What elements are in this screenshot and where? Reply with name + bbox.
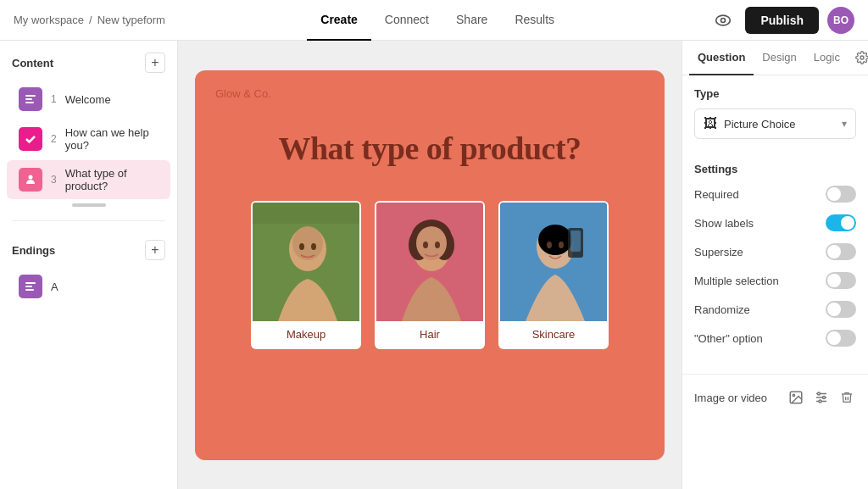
- other-option-label: "Other" option: [694, 332, 763, 345]
- canvas-area: Glow & Co. What type of product?: [178, 41, 682, 489]
- add-content-button[interactable]: +: [145, 53, 165, 73]
- svg-rect-30: [570, 231, 581, 252]
- nav-tabs: Create Connect Share Results: [307, 0, 568, 41]
- type-section: Type 🖼 Picture Choice ▾: [682, 75, 868, 151]
- item-num-3: 3: [51, 174, 57, 186]
- show-labels-label: Show labels: [694, 217, 754, 230]
- svg-point-27: [547, 242, 552, 248]
- settings-gear-button[interactable]: [849, 41, 868, 75]
- choice-skincare[interactable]: Skincare: [498, 201, 609, 349]
- panel-tab-question[interactable]: Question: [689, 41, 754, 75]
- choice-image-makeup: [253, 203, 359, 321]
- choice-label-skincare: Skincare: [500, 321, 607, 347]
- endings-section-header: Endings +: [0, 228, 177, 267]
- setting-show-labels: Show labels: [694, 214, 856, 231]
- choice-hair[interactable]: Hair: [375, 201, 485, 349]
- item-label-2: How can we help you?: [65, 126, 159, 152]
- supersize-toggle[interactable]: [826, 243, 856, 260]
- sidebar-item-ending[interactable]: A: [7, 268, 170, 305]
- type-name: Picture Choice: [724, 118, 835, 131]
- svg-rect-23: [376, 203, 483, 321]
- panel-divider: [682, 374, 868, 375]
- svg-point-33: [793, 394, 794, 396]
- settings-section: Settings Required Show labels Supersize …: [682, 151, 868, 370]
- adjust-icon[interactable]: [812, 388, 831, 407]
- picture-choice-icon: 🖼: [704, 116, 717, 131]
- ending-bars-icon: [25, 281, 36, 292]
- svg-rect-6: [25, 282, 36, 284]
- svg-rect-3: [25, 98, 32, 100]
- current-page: New typeform: [97, 14, 165, 26]
- multiple-selection-label: Multiple selection: [694, 275, 779, 287]
- setting-randomize: Randomize: [694, 301, 856, 318]
- form-question: What type of product?: [278, 130, 581, 167]
- randomize-toggle[interactable]: [826, 301, 856, 318]
- svg-point-0: [716, 15, 731, 25]
- trash-icon: [840, 391, 854, 404]
- add-ending-button[interactable]: +: [145, 240, 165, 260]
- check-icon: [25, 133, 36, 145]
- image-icon[interactable]: [787, 388, 805, 407]
- svg-rect-4: [25, 102, 34, 103]
- content-label: Content: [12, 57, 53, 69]
- item-icon-3: [19, 168, 42, 192]
- sidebar-item-2[interactable]: 2 How can we help you?: [7, 119, 170, 158]
- svg-point-12: [299, 243, 304, 250]
- item-num-2: 2: [51, 133, 57, 145]
- item-label-3: What type of product?: [65, 167, 159, 192]
- preview-button[interactable]: [709, 7, 737, 34]
- breadcrumb: My workspace / New typeform: [14, 14, 165, 26]
- choice-label-hair: Hair: [376, 321, 483, 347]
- delete-icon[interactable]: [837, 388, 856, 407]
- svg-point-1: [721, 18, 726, 22]
- supersize-label: Supersize: [694, 246, 743, 258]
- svg-point-13: [311, 243, 316, 250]
- tab-share[interactable]: Share: [442, 0, 501, 41]
- setting-multiple-selection: Multiple selection: [694, 272, 856, 289]
- ending-label: A: [51, 281, 159, 293]
- tab-connect[interactable]: Connect: [371, 0, 442, 41]
- eye-icon: [715, 12, 732, 29]
- svg-rect-14: [253, 203, 359, 224]
- image-video-row: Image or video: [682, 378, 868, 417]
- sidebar-item-3[interactable]: 3 What type of product?: [7, 160, 170, 199]
- tab-results[interactable]: Results: [501, 0, 568, 41]
- sidebar-item-1[interactable]: 1 Welcome: [7, 81, 170, 118]
- multiple-selection-toggle[interactable]: [826, 272, 856, 289]
- sidebar-scrollbar: [72, 203, 106, 207]
- chevron-down-icon: ▾: [842, 118, 847, 130]
- main-layout: Content + 1 Welcome 2 How can: [0, 41, 868, 489]
- top-nav: My workspace / New typeform Create Conne…: [0, 0, 868, 41]
- avatar[interactable]: BO: [827, 7, 854, 34]
- show-labels-toggle[interactable]: [826, 214, 856, 231]
- left-sidebar: Content + 1 Welcome 2 How can: [0, 41, 178, 489]
- svg-point-31: [860, 56, 864, 59]
- svg-rect-8: [25, 289, 34, 291]
- form-card: Glow & Co. What type of product?: [195, 70, 665, 460]
- image-video-label: Image or video: [694, 392, 767, 404]
- content-section-header: Content +: [0, 41, 177, 80]
- panel-tab-design[interactable]: Design: [754, 41, 804, 75]
- svg-point-37: [818, 392, 821, 395]
- required-toggle[interactable]: [826, 186, 856, 203]
- setting-required: Required: [694, 186, 856, 203]
- item-label-1: Welcome: [65, 93, 159, 106]
- svg-point-28: [559, 242, 564, 248]
- choice-label-makeup: Makeup: [253, 321, 359, 347]
- type-label: Type: [694, 87, 856, 100]
- svg-rect-7: [25, 286, 32, 287]
- item-icon-1: [19, 87, 42, 111]
- gear-icon: [855, 51, 868, 64]
- other-option-toggle[interactable]: [826, 330, 856, 347]
- type-selector[interactable]: 🖼 Picture Choice ▾: [694, 108, 856, 139]
- workspace-link[interactable]: My workspace: [14, 14, 84, 26]
- ending-icon: [19, 275, 42, 298]
- tab-create[interactable]: Create: [307, 0, 371, 41]
- choice-makeup[interactable]: Makeup: [251, 201, 361, 349]
- choice-image-skincare: [500, 203, 607, 321]
- publish-button[interactable]: Publish: [745, 7, 819, 34]
- breadcrumb-separator: /: [89, 14, 92, 26]
- bars-icon: [25, 93, 36, 105]
- panel-tab-logic[interactable]: Logic: [805, 41, 849, 75]
- panel-tabs: Question Design Logic: [682, 41, 868, 75]
